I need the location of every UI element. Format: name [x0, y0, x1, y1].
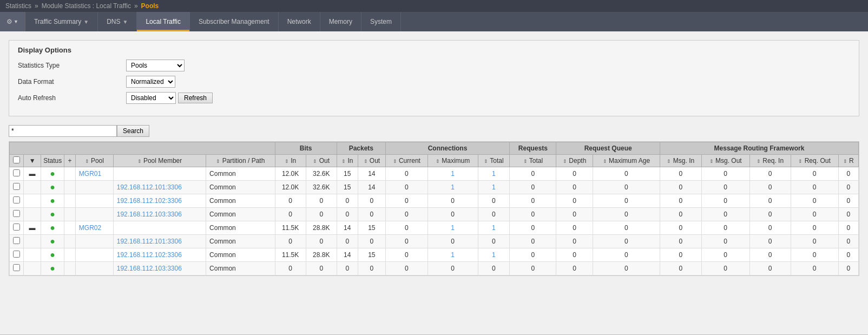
row-pool-member[interactable]: 192.168.112.101:3306 — [113, 181, 206, 194]
row-depth: 0 — [556, 221, 593, 235]
nav-system[interactable]: System — [361, 12, 401, 31]
row-pool-name — [75, 235, 113, 248]
col-max-age[interactable]: ⇕ Maximum Age — [593, 155, 660, 167]
row-add — [64, 167, 76, 181]
row-depth: 0 — [556, 262, 593, 275]
row-pool-member[interactable]: 192.168.112.103:3306 — [113, 262, 206, 275]
row-pool-name[interactable]: MGR02 — [75, 221, 113, 235]
nav-network-label: Network — [287, 18, 311, 25]
breadcrumb-sep-1: » — [35, 2, 38, 10]
row-depth: 0 — [556, 235, 593, 248]
col-msg-out[interactable]: ⇕ Msg. Out — [701, 155, 749, 167]
auto-refresh-row: Auto Refresh Disabled 10 seconds 30 seco… — [18, 92, 850, 104]
row-pkt-in: 14 — [337, 248, 358, 262]
col-req-total[interactable]: ⇕ Total — [510, 155, 556, 167]
table-row: ▬●MGR01Common12.0K32.6K151401100000000 — [10, 167, 859, 181]
nav-dns[interactable]: DNS ▼ — [98, 12, 137, 31]
gear-button[interactable]: ⚙ ▼ — [0, 12, 25, 31]
nav-memory[interactable]: Memory — [320, 12, 361, 31]
nav-network[interactable]: Network — [279, 12, 320, 31]
row-max-age: 0 — [593, 235, 660, 248]
row-collapse — [24, 208, 41, 221]
row-pkt-out: 0 — [358, 208, 385, 221]
row-checkbox[interactable] — [10, 235, 24, 248]
col-pkt-in[interactable]: ⇕ In — [337, 155, 358, 167]
group-header-packets: Packets — [337, 142, 385, 155]
breadcrumb-module[interactable]: Module Statistics : Local Traffic — [42, 2, 131, 10]
col-r[interactable]: ⇕ R — [838, 155, 858, 167]
row-msg-in: 0 — [660, 167, 701, 181]
auto-refresh-select[interactable]: Disabled 10 seconds 30 seconds 60 second… — [126, 92, 176, 104]
row-status: ● — [41, 262, 64, 275]
display-options-panel: Display Options Statistics Type Pools Po… — [9, 40, 859, 116]
col-pool-member[interactable]: ⇕ Pool Member — [113, 155, 206, 167]
col-req-out[interactable]: ⇕ Req. Out — [791, 155, 838, 167]
col-pool[interactable]: ⇕ Pool — [75, 155, 113, 167]
col-collapse-all[interactable]: ▼ — [24, 155, 41, 167]
data-format-select[interactable]: Normalized Raw — [126, 76, 175, 88]
col-depth[interactable]: ⇕ Depth — [556, 155, 593, 167]
row-r: 0 — [838, 235, 858, 248]
row-collapse[interactable]: ▬ — [24, 167, 41, 181]
row-status: ● — [41, 235, 64, 248]
nav-traffic-summary[interactable]: Traffic Summary ▼ — [25, 12, 98, 31]
col-pkt-out[interactable]: ⇕ Out — [358, 155, 385, 167]
col-partition[interactable]: ⇕ Partition / Path — [206, 155, 275, 167]
row-checkbox[interactable] — [10, 221, 24, 235]
row-depth: 0 — [556, 181, 593, 194]
row-checkbox[interactable] — [10, 181, 24, 194]
row-pool-member[interactable]: 192.168.112.103:3306 — [113, 208, 206, 221]
row-msg-out: 0 — [701, 221, 749, 235]
statistics-type-select[interactable]: Pools Pool Members Nodes — [126, 60, 185, 71]
row-pool-member[interactable]: 192.168.112.101:3306 — [113, 235, 206, 248]
row-pool-name — [75, 208, 113, 221]
row-pkt-in: 0 — [337, 194, 358, 208]
col-bits-out[interactable]: ⇕ Out — [306, 155, 337, 167]
row-partition: Common — [206, 221, 275, 235]
row-conn-total: 1 — [478, 221, 510, 235]
row-conn-total: 0 — [478, 262, 510, 275]
nav-subscriber-management[interactable]: Subscriber Management — [190, 12, 279, 31]
row-pool-member[interactable]: 192.168.112.102:3306 — [113, 248, 206, 262]
col-bits-in[interactable]: ⇕ In — [275, 155, 306, 167]
row-checkbox[interactable] — [10, 248, 24, 262]
breadcrumb-statistics[interactable]: Statistics — [5, 2, 31, 10]
col-check-all[interactable] — [10, 155, 24, 167]
row-bits-in: 11.5K — [275, 221, 306, 235]
row-req-out: 0 — [791, 167, 838, 181]
col-conn-current[interactable]: ⇕ Current — [385, 155, 428, 167]
col-conn-total[interactable]: ⇕ Total — [478, 155, 510, 167]
row-checkbox[interactable] — [10, 262, 24, 275]
table-row: ●192.168.112.102:3306Common0000000000000… — [10, 194, 859, 208]
row-conn-total: 0 — [478, 208, 510, 221]
row-pool-name — [75, 181, 113, 194]
row-checkbox[interactable] — [10, 208, 24, 221]
nav-memory-label: Memory — [329, 18, 352, 25]
col-req-in[interactable]: ⇕ Req. In — [749, 155, 791, 167]
col-conn-maximum[interactable]: ⇕ Maximum — [428, 155, 478, 167]
refresh-button[interactable]: Refresh — [178, 93, 213, 103]
nav-traffic-summary-label: Traffic Summary — [34, 18, 81, 25]
row-partition: Common — [206, 248, 275, 262]
row-checkbox[interactable] — [10, 167, 24, 181]
row-add — [64, 248, 76, 262]
row-status: ● — [41, 221, 64, 235]
nav-local-traffic[interactable]: Local Traffic — [137, 12, 189, 31]
content-area: Display Options Statistics Type Pools Po… — [0, 31, 868, 334]
row-conn-current: 0 — [385, 221, 428, 235]
row-pool-member — [113, 221, 206, 235]
row-pool-member[interactable]: 192.168.112.102:3306 — [113, 194, 206, 208]
col-add[interactable]: + — [64, 155, 76, 167]
row-pool-name[interactable]: MGR01 — [75, 167, 113, 181]
search-input[interactable] — [9, 125, 117, 137]
row-depth: 0 — [556, 248, 593, 262]
row-collapse[interactable]: ▬ — [24, 221, 41, 235]
search-button[interactable]: Search — [117, 125, 149, 137]
row-partition: Common — [206, 167, 275, 181]
row-add — [64, 194, 76, 208]
row-req-out: 0 — [791, 221, 838, 235]
row-max-age: 0 — [593, 208, 660, 221]
row-checkbox[interactable] — [10, 194, 24, 208]
col-msg-in[interactable]: ⇕ Msg. In — [660, 155, 701, 167]
row-req-out: 0 — [791, 248, 838, 262]
